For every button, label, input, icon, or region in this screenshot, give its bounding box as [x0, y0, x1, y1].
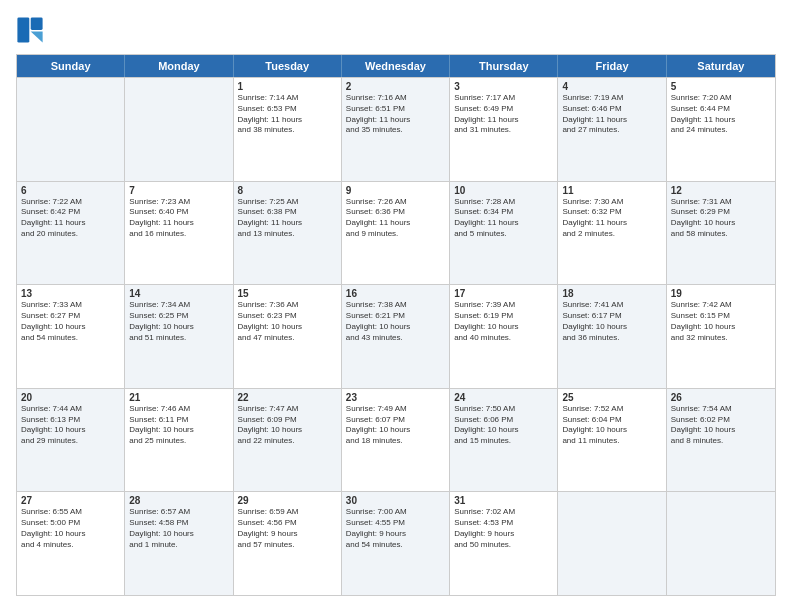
day-number: 1: [238, 81, 337, 92]
cal-cell: 23Sunrise: 7:49 AM Sunset: 6:07 PM Dayli…: [342, 389, 450, 492]
day-number: 13: [21, 288, 120, 299]
day-info: Sunrise: 7:14 AM Sunset: 6:53 PM Dayligh…: [238, 93, 337, 136]
day-number: 26: [671, 392, 771, 403]
cal-cell: 25Sunrise: 7:52 AM Sunset: 6:04 PM Dayli…: [558, 389, 666, 492]
cal-cell: 1Sunrise: 7:14 AM Sunset: 6:53 PM Daylig…: [234, 78, 342, 181]
cal-cell: 16Sunrise: 7:38 AM Sunset: 6:21 PM Dayli…: [342, 285, 450, 388]
day-info: Sunrise: 7:38 AM Sunset: 6:21 PM Dayligh…: [346, 300, 445, 343]
header-day-sunday: Sunday: [17, 55, 125, 77]
cal-cell: 13Sunrise: 7:33 AM Sunset: 6:27 PM Dayli…: [17, 285, 125, 388]
day-number: 2: [346, 81, 445, 92]
day-number: 30: [346, 495, 445, 506]
day-number: 8: [238, 185, 337, 196]
cal-cell: 6Sunrise: 7:22 AM Sunset: 6:42 PM Daylig…: [17, 182, 125, 285]
svg-rect-1: [17, 17, 29, 42]
day-info: Sunrise: 7:46 AM Sunset: 6:11 PM Dayligh…: [129, 404, 228, 447]
cal-cell: 2Sunrise: 7:16 AM Sunset: 6:51 PM Daylig…: [342, 78, 450, 181]
day-info: Sunrise: 7:19 AM Sunset: 6:46 PM Dayligh…: [562, 93, 661, 136]
day-number: 10: [454, 185, 553, 196]
day-number: 28: [129, 495, 228, 506]
day-info: Sunrise: 7:26 AM Sunset: 6:36 PM Dayligh…: [346, 197, 445, 240]
cal-cell: 29Sunrise: 6:59 AM Sunset: 4:56 PM Dayli…: [234, 492, 342, 595]
day-number: 29: [238, 495, 337, 506]
cal-cell: 15Sunrise: 7:36 AM Sunset: 6:23 PM Dayli…: [234, 285, 342, 388]
day-number: 27: [21, 495, 120, 506]
page: SundayMondayTuesdayWednesdayThursdayFrid…: [0, 0, 792, 612]
calendar-header: SundayMondayTuesdayWednesdayThursdayFrid…: [17, 55, 775, 77]
day-number: 14: [129, 288, 228, 299]
cal-cell: 28Sunrise: 6:57 AM Sunset: 4:58 PM Dayli…: [125, 492, 233, 595]
day-number: 16: [346, 288, 445, 299]
day-info: Sunrise: 7:02 AM Sunset: 4:53 PM Dayligh…: [454, 507, 553, 550]
header-day-saturday: Saturday: [667, 55, 775, 77]
day-info: Sunrise: 7:49 AM Sunset: 6:07 PM Dayligh…: [346, 404, 445, 447]
day-number: 3: [454, 81, 553, 92]
day-info: Sunrise: 6:59 AM Sunset: 4:56 PM Dayligh…: [238, 507, 337, 550]
day-number: 31: [454, 495, 553, 506]
cal-cell: 30Sunrise: 7:00 AM Sunset: 4:55 PM Dayli…: [342, 492, 450, 595]
day-info: Sunrise: 7:25 AM Sunset: 6:38 PM Dayligh…: [238, 197, 337, 240]
day-info: Sunrise: 7:36 AM Sunset: 6:23 PM Dayligh…: [238, 300, 337, 343]
day-info: Sunrise: 7:16 AM Sunset: 6:51 PM Dayligh…: [346, 93, 445, 136]
calendar-week-4: 20Sunrise: 7:44 AM Sunset: 6:13 PM Dayli…: [17, 388, 775, 492]
day-info: Sunrise: 6:55 AM Sunset: 5:00 PM Dayligh…: [21, 507, 120, 550]
day-info: Sunrise: 6:57 AM Sunset: 4:58 PM Dayligh…: [129, 507, 228, 550]
day-info: Sunrise: 7:23 AM Sunset: 6:40 PM Dayligh…: [129, 197, 228, 240]
day-number: 15: [238, 288, 337, 299]
day-info: Sunrise: 7:28 AM Sunset: 6:34 PM Dayligh…: [454, 197, 553, 240]
cal-cell: [125, 78, 233, 181]
cal-cell: 3Sunrise: 7:17 AM Sunset: 6:49 PM Daylig…: [450, 78, 558, 181]
day-number: 12: [671, 185, 771, 196]
day-info: Sunrise: 7:52 AM Sunset: 6:04 PM Dayligh…: [562, 404, 661, 447]
day-number: 19: [671, 288, 771, 299]
cal-cell: [17, 78, 125, 181]
cal-cell: 7Sunrise: 7:23 AM Sunset: 6:40 PM Daylig…: [125, 182, 233, 285]
header-day-tuesday: Tuesday: [234, 55, 342, 77]
day-number: 25: [562, 392, 661, 403]
cal-cell: 17Sunrise: 7:39 AM Sunset: 6:19 PM Dayli…: [450, 285, 558, 388]
cal-cell: 10Sunrise: 7:28 AM Sunset: 6:34 PM Dayli…: [450, 182, 558, 285]
calendar-week-3: 13Sunrise: 7:33 AM Sunset: 6:27 PM Dayli…: [17, 284, 775, 388]
day-info: Sunrise: 7:54 AM Sunset: 6:02 PM Dayligh…: [671, 404, 771, 447]
day-number: 17: [454, 288, 553, 299]
cal-cell: 19Sunrise: 7:42 AM Sunset: 6:15 PM Dayli…: [667, 285, 775, 388]
cal-cell: 20Sunrise: 7:44 AM Sunset: 6:13 PM Dayli…: [17, 389, 125, 492]
header-day-monday: Monday: [125, 55, 233, 77]
cal-cell: 9Sunrise: 7:26 AM Sunset: 6:36 PM Daylig…: [342, 182, 450, 285]
header-day-thursday: Thursday: [450, 55, 558, 77]
day-info: Sunrise: 7:22 AM Sunset: 6:42 PM Dayligh…: [21, 197, 120, 240]
day-info: Sunrise: 7:33 AM Sunset: 6:27 PM Dayligh…: [21, 300, 120, 343]
cal-cell: 12Sunrise: 7:31 AM Sunset: 6:29 PM Dayli…: [667, 182, 775, 285]
day-info: Sunrise: 7:34 AM Sunset: 6:25 PM Dayligh…: [129, 300, 228, 343]
header-day-friday: Friday: [558, 55, 666, 77]
calendar: SundayMondayTuesdayWednesdayThursdayFrid…: [16, 54, 776, 596]
calendar-week-1: 1Sunrise: 7:14 AM Sunset: 6:53 PM Daylig…: [17, 77, 775, 181]
cal-cell: 21Sunrise: 7:46 AM Sunset: 6:11 PM Dayli…: [125, 389, 233, 492]
cal-cell: 11Sunrise: 7:30 AM Sunset: 6:32 PM Dayli…: [558, 182, 666, 285]
cal-cell: 5Sunrise: 7:20 AM Sunset: 6:44 PM Daylig…: [667, 78, 775, 181]
cal-cell: 24Sunrise: 7:50 AM Sunset: 6:06 PM Dayli…: [450, 389, 558, 492]
cal-cell: 27Sunrise: 6:55 AM Sunset: 5:00 PM Dayli…: [17, 492, 125, 595]
cal-cell: 4Sunrise: 7:19 AM Sunset: 6:46 PM Daylig…: [558, 78, 666, 181]
cal-cell: [667, 492, 775, 595]
day-info: Sunrise: 7:20 AM Sunset: 6:44 PM Dayligh…: [671, 93, 771, 136]
logo-icon: [16, 16, 44, 44]
cal-cell: 31Sunrise: 7:02 AM Sunset: 4:53 PM Dayli…: [450, 492, 558, 595]
day-info: Sunrise: 7:47 AM Sunset: 6:09 PM Dayligh…: [238, 404, 337, 447]
header-day-wednesday: Wednesday: [342, 55, 450, 77]
calendar-week-5: 27Sunrise: 6:55 AM Sunset: 5:00 PM Dayli…: [17, 491, 775, 595]
day-info: Sunrise: 7:50 AM Sunset: 6:06 PM Dayligh…: [454, 404, 553, 447]
cal-cell: 26Sunrise: 7:54 AM Sunset: 6:02 PM Dayli…: [667, 389, 775, 492]
day-info: Sunrise: 7:31 AM Sunset: 6:29 PM Dayligh…: [671, 197, 771, 240]
day-number: 7: [129, 185, 228, 196]
logo: [16, 16, 48, 44]
cal-cell: 8Sunrise: 7:25 AM Sunset: 6:38 PM Daylig…: [234, 182, 342, 285]
day-info: Sunrise: 7:30 AM Sunset: 6:32 PM Dayligh…: [562, 197, 661, 240]
day-info: Sunrise: 7:41 AM Sunset: 6:17 PM Dayligh…: [562, 300, 661, 343]
day-info: Sunrise: 7:44 AM Sunset: 6:13 PM Dayligh…: [21, 404, 120, 447]
header: [16, 16, 776, 44]
cal-cell: [558, 492, 666, 595]
day-info: Sunrise: 7:42 AM Sunset: 6:15 PM Dayligh…: [671, 300, 771, 343]
day-number: 22: [238, 392, 337, 403]
day-info: Sunrise: 7:00 AM Sunset: 4:55 PM Dayligh…: [346, 507, 445, 550]
